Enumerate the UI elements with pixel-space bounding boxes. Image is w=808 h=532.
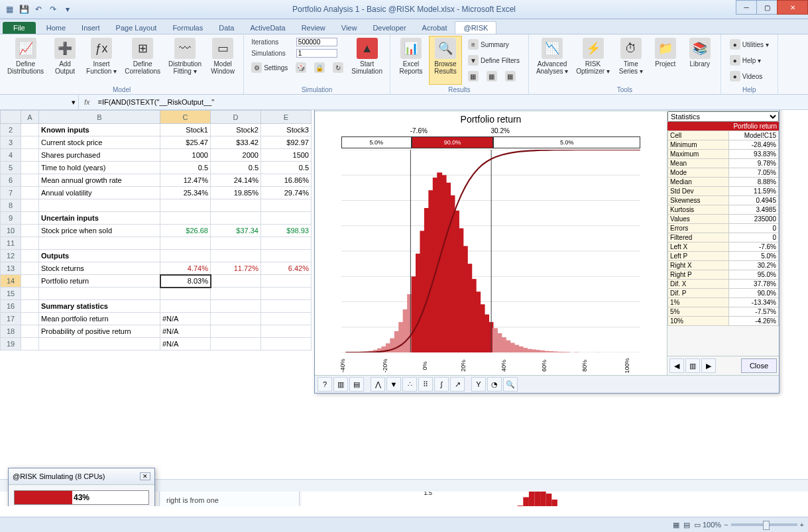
tab-data[interactable]: Data	[211, 22, 242, 34]
stat-label: Left P	[668, 252, 729, 261]
stats-prev-button[interactable]: ◀	[669, 358, 684, 373]
risk-output-window: ▮ @RISK - Output: C15 ─ ▢ ✕ Portfolio re…	[314, 110, 779, 394]
ribbon: 📈Define Distributions➕Add OutputƒxInsert…	[0, 34, 808, 95]
progress-text: 43%	[15, 491, 148, 504]
histogram-chart[interactable]: 0.00.51.01.52.02.53.03.54.00.0%12.5%25.0…	[341, 150, 640, 352]
stat-label: 10%	[668, 317, 729, 326]
maximize-button[interactable]: ▢	[756, 0, 778, 15]
define-filters-button[interactable]: ▼Define Filters	[465, 53, 523, 68]
close-button[interactable]: ✕	[777, 0, 808, 15]
stat-value: -13.34%	[728, 298, 778, 307]
stat-value: 3.4985	[728, 205, 778, 215]
browse-results-button[interactable]: 🔍Browse Results	[429, 36, 462, 85]
redo-icon[interactable]: ↷	[46, 3, 60, 16]
funnel-icon[interactable]: Y	[471, 377, 486, 392]
define-button[interactable]: ⊞Define Correlations	[121, 36, 164, 85]
stats-current-button[interactable]: ▥	[685, 358, 700, 373]
stats-next-button[interactable]: ▶	[701, 358, 716, 373]
stat-label: Kurtosis	[668, 205, 729, 215]
videos-button[interactable]: ●Videos	[726, 69, 772, 83]
progress-bar: 43%	[14, 490, 149, 505]
stat-value: 37.78%	[728, 280, 778, 289]
library-button[interactable]: 📚Library	[683, 36, 717, 85]
define-button[interactable]: 📈Define Distributions	[4, 36, 47, 85]
distribution-button[interactable]: 〰Distribution Fitting ▾	[165, 36, 205, 85]
tab-formulas[interactable]: Formulas	[164, 22, 211, 34]
name-box[interactable]: ▾	[0, 95, 79, 109]
time-button[interactable]: ⏱Time Series ▾	[614, 36, 648, 85]
stat-label: Maximum	[668, 150, 729, 159]
view-layout-icon[interactable]: ▤	[681, 521, 692, 529]
hist-icon[interactable]: ▥	[333, 377, 348, 392]
trend-icon[interactable]: ↗	[450, 377, 465, 392]
refresh-icon[interactable]: ↻	[329, 60, 347, 75]
stat-value: 93.83%	[728, 150, 778, 159]
zoom-out-button[interactable]: −	[724, 521, 728, 529]
output-close-btn[interactable]: Close	[741, 358, 777, 373]
delimiter-bar[interactable]: 5.0% 90.0% 5.0%	[341, 136, 640, 148]
help-button[interactable]: ●Help ▾	[726, 53, 772, 68]
view-normal-icon[interactable]: ▦	[671, 521, 681, 529]
tab-review[interactable]: Review	[294, 22, 333, 34]
bell-icon[interactable]: ◔	[487, 377, 502, 392]
qat-menu-icon[interactable]: ▾	[61, 3, 74, 16]
view-break-icon[interactable]: ▭	[692, 521, 703, 529]
line-icon[interactable]: ⋀	[371, 377, 385, 392]
undo-icon[interactable]: ↶	[32, 3, 45, 16]
statistics-dropdown[interactable]: Statistics	[667, 111, 779, 122]
save-icon[interactable]: 💾	[17, 3, 30, 16]
utilities-button[interactable]: ●Utilities ▾	[726, 37, 772, 52]
formula-bar: ▾ fx =IF(AND(ISTEXT("__RiskOutput__"	[0, 95, 808, 110]
tab-pagelayout[interactable]: Page Layout	[108, 22, 165, 34]
risk-button[interactable]: ⚡RISK Optimizer ▾	[573, 36, 613, 85]
add-button[interactable]: ➕Add Output	[48, 36, 82, 85]
simulations-input[interactable]	[296, 49, 337, 58]
hist2-icon[interactable]: ▤	[349, 377, 364, 392]
tab-insert[interactable]: Insert	[74, 22, 108, 34]
help-icon[interactable]: ?	[317, 377, 332, 392]
right-delimiter-value: 30.2%	[491, 127, 510, 134]
points-icon[interactable]: ⠿	[418, 377, 433, 392]
zoom-slider[interactable]	[731, 523, 797, 526]
tab-risk[interactable]: @RISK	[455, 21, 496, 34]
tab-view[interactable]: View	[333, 22, 365, 34]
cum-icon[interactable]: ∫	[434, 377, 449, 392]
stat-value: -7.57%	[728, 307, 778, 317]
stat-value: 0.4945	[728, 196, 778, 205]
tab-file[interactable]: File	[3, 22, 36, 34]
stat-label: Std Dev	[668, 187, 729, 196]
spreadsheet-grid[interactable]: ABCDE2Known inputsStock1Stock2Stock33Cur…	[0, 110, 312, 350]
random-icon[interactable]: 🎲	[292, 60, 310, 75]
tab-home[interactable]: Home	[38, 22, 74, 34]
sim-window-title[interactable]: @RISK Simulating (8 CPUs)✕	[9, 468, 154, 485]
summary-button[interactable]: ≡Summary	[465, 37, 523, 52]
project-button[interactable]: 📁Project	[649, 36, 682, 85]
list-icon: ≡	[468, 39, 479, 50]
excel-reports-button[interactable]: 📊Excel Reports	[394, 36, 428, 85]
formula-input[interactable]: =IF(AND(ISTEXT("__RiskOutput__"	[95, 98, 808, 106]
insert-button[interactable]: ƒxInsert Function ▾	[83, 36, 120, 85]
stat-value: 30.2%	[728, 261, 778, 270]
iterations-input[interactable]	[296, 38, 337, 46]
stat-label: Left X	[668, 242, 729, 252]
tab-acrobat[interactable]: Acrobat	[414, 22, 455, 34]
minimize-button[interactable]: ─	[736, 0, 757, 15]
stat-value: -4.26%	[728, 317, 778, 326]
zoom-in-button[interactable]: +	[800, 521, 804, 529]
fx-icon[interactable]: fx	[79, 98, 95, 106]
settings-button[interactable]: ⚙Settings	[248, 60, 291, 75]
filter-chart-icon[interactable]: ▼	[386, 377, 401, 392]
svg-rect-105	[540, 490, 546, 506]
excel-icon[interactable]: ▦	[3, 3, 16, 16]
advanced-button[interactable]: 📉Advanced Analyses ▾	[533, 36, 571, 85]
start-simulation-button[interactable]: ▲Start Simulation	[348, 36, 386, 85]
zoom-icon[interactable]: 🔍	[503, 377, 518, 392]
left-delimiter-value: -7.6%	[410, 127, 428, 134]
tab-developer[interactable]: Developer	[365, 22, 414, 34]
status-bar: ▦ ▤ ▭ 100% − +	[0, 517, 808, 532]
tab-activedata[interactable]: ActiveData	[242, 22, 293, 34]
sim-close-icon[interactable]: ✕	[140, 472, 150, 480]
lock-icon[interactable]: 🔒	[311, 60, 328, 75]
scatter-icon[interactable]: ∴	[402, 377, 417, 392]
model-button[interactable]: ▭Model Window	[206, 36, 239, 85]
